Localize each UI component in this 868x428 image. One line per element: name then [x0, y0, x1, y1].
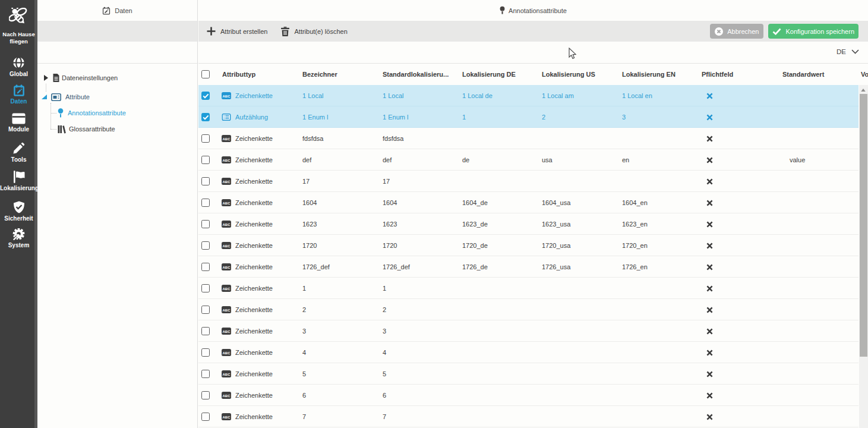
svg-text:ABC: ABC — [223, 373, 231, 376]
svg-text:ABC: ABC — [223, 244, 231, 248]
svg-text:ABC: ABC — [223, 95, 231, 98]
svg-text:ABC: ABC — [223, 137, 231, 141]
svg-text:ABC: ABC — [223, 309, 231, 312]
svg-text:ABC: ABC — [223, 416, 231, 419]
svg-text:ABC: ABC — [223, 180, 231, 184]
svg-text:ABC: ABC — [223, 351, 231, 355]
svg-text:ABC: ABC — [223, 159, 231, 162]
svg-text:ABC: ABC — [223, 202, 231, 205]
svg-text:ABC: ABC — [223, 330, 231, 333]
svg-text:ABC: ABC — [223, 223, 231, 226]
svg-text:ABC: ABC — [223, 287, 231, 291]
svg-text:ABC: ABC — [223, 266, 231, 269]
svg-text:ABC: ABC — [223, 394, 231, 398]
